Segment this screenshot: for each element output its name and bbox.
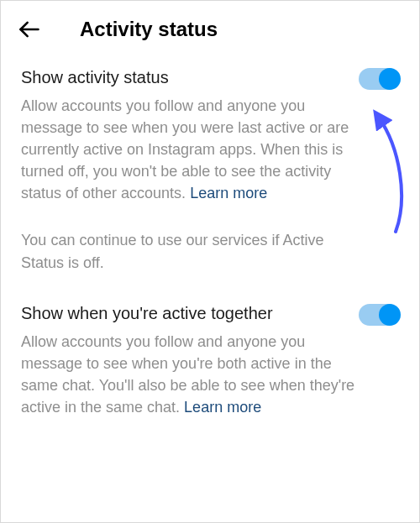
toggle-knob [379,304,401,326]
sub-note: You can continue to use our services if … [21,229,340,273]
toggle-activity-status[interactable] [359,68,399,90]
setting-title: Show when you're active together [21,302,349,324]
setting-row: Show activity status [21,66,399,90]
setting-row: Show when you're active together [21,302,399,326]
back-button-wrap [18,18,68,41]
page-title: Activity status [80,18,218,41]
header: Activity status [1,1,419,55]
learn-more-link[interactable]: Learn more [190,185,267,201]
setting-description: Allow accounts you follow and anyone you… [21,95,365,204]
content: Show activity status Allow accounts you … [1,55,419,418]
toggle-knob [379,68,401,90]
setting-activity-status: Show activity status Allow accounts you … [21,66,399,204]
setting-active-together: Show when you're active together Allow a… [21,302,399,418]
back-arrow-icon[interactable] [18,18,41,41]
description-text: Allow accounts you follow and anyone you… [21,97,349,201]
setting-title: Show activity status [21,66,349,88]
learn-more-link[interactable]: Learn more [184,399,261,416]
toggle-active-together[interactable] [359,304,399,326]
setting-description: Allow accounts you follow and anyone you… [21,331,365,418]
